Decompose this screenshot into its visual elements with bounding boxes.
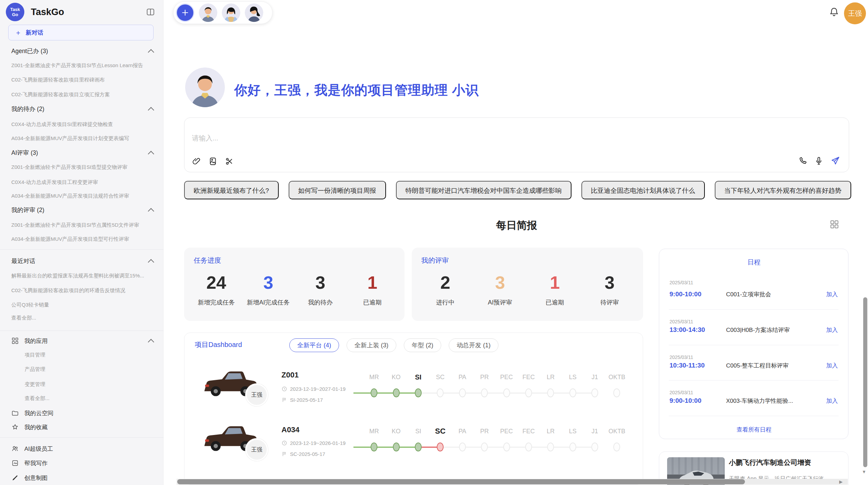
sidebar-item-creative-drawing[interactable]: 创意制图 [11, 471, 156, 485]
milestone-dot [525, 388, 532, 397]
conversation-item[interactable]: A034-全新新能源MUV产品开发项目计划变更表编写 [11, 131, 156, 146]
agent-avatar[interactable] [222, 3, 240, 22]
sidebar-item-favorites[interactable]: 我的收藏 [11, 420, 156, 434]
message-input[interactable] [192, 134, 603, 142]
paperclip-icon[interactable] [192, 157, 201, 166]
phone-icon[interactable] [798, 156, 807, 165]
sidebar-item-help-me-write[interactable]: 帮我写作 [11, 456, 156, 470]
suggestion-chip[interactable]: 欧洲新规最近颁布了什么? [184, 181, 279, 199]
project-code[interactable]: A034 [281, 425, 300, 435]
card-title: 我的评审 [421, 256, 449, 265]
section-ai-review[interactable]: AI评审 (3) [11, 146, 143, 160]
scissors-icon[interactable] [225, 157, 234, 166]
suggestion-chip[interactable]: 特朗普可能对进口汽车增税会对中国车企造成哪些影响 [396, 181, 571, 199]
divider [669, 345, 839, 345]
microphone-icon[interactable] [814, 156, 823, 165]
send-icon[interactable] [830, 156, 841, 166]
milestone-dot [569, 388, 576, 397]
flag-icon [281, 451, 287, 457]
assistant-avatar [185, 67, 225, 107]
divider [669, 416, 839, 416]
sidebar-collapse-icon[interactable] [146, 8, 155, 16]
section-agent-done[interactable]: Agent已办 (3) [11, 44, 143, 58]
milestone-label: SI [407, 427, 429, 436]
layout-grid-icon[interactable] [830, 220, 839, 229]
dashboard-tabs: 全新平台 (4) 全新上装 (3) 年型 (2) 动总开发 (1) [289, 338, 498, 352]
horizontal-scrollbar-thumb[interactable] [177, 479, 745, 484]
recent-view-all[interactable]: 查看全部... [11, 311, 156, 325]
conversation-item[interactable]: A034-全新新能源MUV产品开发项目造型可行性评审 [11, 232, 156, 246]
user-avatar[interactable]: 王强 [844, 2, 866, 24]
section-my-todo[interactable]: 我的待办 (2) [11, 102, 143, 116]
schedule-time: 10:30-11:30 [670, 362, 726, 369]
conversation-item[interactable]: A034-全新新能源MUV产品开发项目法规符合性评审 [11, 189, 156, 203]
milestone-track: MR KO SI SC PA PR PEC FEC LR LS J1 OKTB [363, 427, 630, 458]
section-my-review[interactable]: 我的评审 (2) [11, 203, 143, 217]
stat-new-done: 24 新增完成任务 [190, 272, 242, 307]
conversation-item[interactable]: Z001-全新燃油皮卡产品开发项目SI节点Lesson Learn报告 [11, 58, 156, 73]
conversation-item[interactable]: C0X4-动力总成开发项目SI里程碑提交物检查 [11, 117, 156, 132]
chevron-up-icon[interactable] [149, 146, 154, 160]
vertical-scrollbar-thumb[interactable] [863, 297, 867, 467]
apps-view-all[interactable]: 查看全部... [25, 391, 156, 406]
schedule-card: 日程 2025/03/11 9:00-10:00 C001-立项审批会 加入 2… [659, 249, 848, 439]
suggestion-chip[interactable]: 如何写一份清晰的项目周报 [289, 181, 386, 199]
schedule-time: 9:00-10:00 [670, 290, 726, 298]
recent-chat-item[interactable]: C02-飞腾新能源轻客改款项目的闭环通告反馈情况 [11, 283, 156, 298]
section-recent-chats[interactable]: 最近对话 [11, 254, 143, 268]
suggestion-chip[interactable]: 当下年轻人对汽车外观有怎样的喜好趋势 [715, 181, 851, 199]
join-link[interactable]: 加入 [826, 290, 838, 298]
logo-text-top: Task [6, 7, 24, 12]
sidebar-item-my-apps[interactable]: 我的应用 [11, 334, 156, 348]
conversation-item[interactable]: Z001-全新燃油轻卡产品开发项目SI造型提交物评审 [11, 160, 156, 174]
stat-overdue: 1 已逾期 [528, 272, 582, 307]
conversation-item[interactable]: C02-飞腾新能源轻客改款项目里程碑画布 [11, 73, 156, 87]
agent-avatar[interactable] [199, 3, 217, 22]
project-code[interactable]: Z001 [281, 370, 299, 380]
view-all-schedule-link[interactable]: 查看所有日程 [659, 426, 849, 434]
conversation-item[interactable]: C02-飞腾新能源轻客改款项目立项汇报方案 [11, 87, 156, 102]
tab-powertrain[interactable]: 动总开发 (1) [449, 338, 498, 352]
milestone-label: KO [385, 427, 407, 436]
milestone-label: J1 [584, 373, 606, 382]
milestone-dot [481, 388, 488, 397]
milestone-dot-overdue [437, 443, 444, 451]
add-agent-button[interactable] [176, 3, 194, 22]
chevron-up-icon[interactable] [149, 44, 154, 58]
chevron-up-icon[interactable] [149, 203, 154, 217]
recent-chat-item[interactable]: 解释最新出台的欧盟报废车法规再生塑料比例被调至15%... [11, 269, 156, 283]
project-dashboard-card: 项目Dashboard 全新平台 (4) 全新上装 (3) 年型 (2) 动总开… [184, 333, 643, 485]
sidebar-item-cloud-space[interactable]: 我的云空间 [11, 406, 156, 420]
join-link[interactable]: 加入 [826, 362, 838, 370]
conversation-item[interactable]: Z001-全新燃油轻卡产品开发项目SI节点属性5D文件评审 [11, 218, 156, 232]
join-link[interactable]: 加入 [826, 326, 838, 334]
app-item-product-mgmt[interactable]: 产品管理 [25, 362, 156, 376]
schedule-title: 日程 [659, 258, 849, 267]
suggestion-chips: 欧洲新规最近颁布了什么? 如何写一份清晰的项目周报 特朗普可能对进口汽车增税会对… [184, 181, 851, 199]
scroll-down-arrow-icon[interactable]: ▼ [862, 469, 866, 474]
agent-avatar[interactable] [245, 3, 263, 22]
milestone-dot-done [393, 443, 400, 451]
scroll-right-arrow-icon[interactable]: ▶ [839, 479, 843, 485]
notification-bell-icon[interactable] [829, 6, 839, 17]
sidebar-item-ai-super-staff[interactable]: AI超级员工 [11, 442, 156, 456]
tab-new-platform[interactable]: 全新平台 (4) [289, 338, 339, 352]
milestone-label: LR [540, 427, 562, 436]
divider [669, 309, 839, 310]
image-icon[interactable] [208, 157, 217, 166]
suggestion-chip[interactable]: 比亚迪全固态电池计划具体说了什么 [581, 181, 705, 199]
new-chat-button[interactable]: ＋ 新对话 [8, 25, 154, 40]
join-link[interactable]: 加入 [826, 397, 838, 405]
milestone-dot-done [371, 388, 377, 397]
recent-chat-item[interactable]: 公司Q3轻卡销量 [11, 298, 156, 312]
tab-model-year[interactable]: 年型 (2) [404, 338, 441, 352]
chevron-up-icon[interactable] [149, 254, 154, 268]
app-item-project-mgmt[interactable]: 项目管理 [25, 348, 156, 362]
conversation-item[interactable]: C0X4-动力总成开发项目工程变更评审 [11, 175, 156, 189]
chevron-up-icon[interactable] [149, 102, 154, 116]
write-icon [11, 459, 19, 467]
milestone-dot [503, 388, 510, 397]
chevron-up-icon[interactable] [149, 334, 154, 348]
app-item-change-mgmt[interactable]: 变更管理 [25, 377, 156, 391]
tab-new-body[interactable]: 全新上装 (3) [347, 338, 396, 352]
